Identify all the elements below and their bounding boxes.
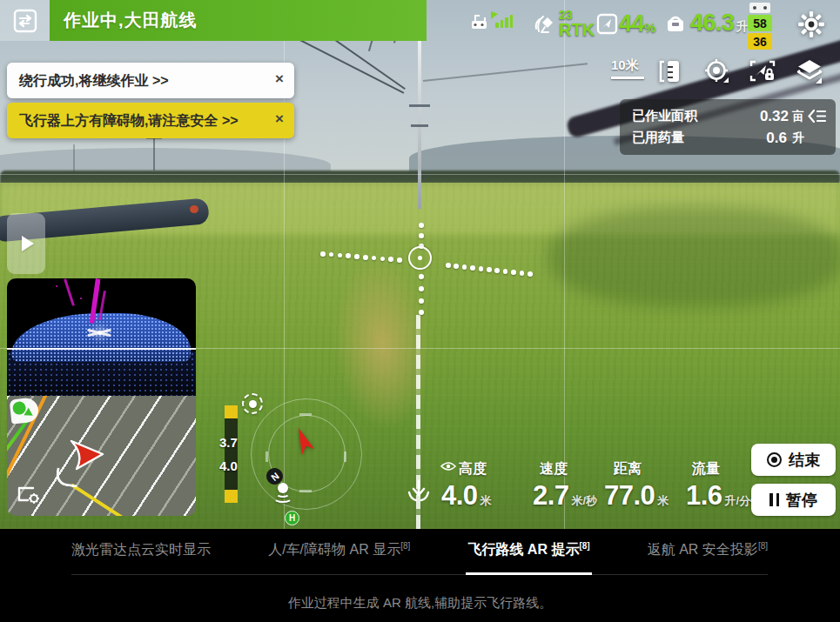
dose-unit: 升 bbox=[792, 130, 804, 146]
battery-1-percent: 58 bbox=[748, 15, 772, 31]
dose-label: 已用药量 bbox=[632, 130, 726, 146]
area-label: 已作业面积 bbox=[632, 108, 726, 124]
pole-crossarm bbox=[409, 104, 430, 107]
app-root: 作业中,大田航线 23 RTK 44% bbox=[0, 0, 840, 622]
battery-status: 58 36 bbox=[747, 3, 773, 50]
rtk-satellite-count: 23 bbox=[559, 9, 595, 21]
rtk-label: RTK bbox=[559, 21, 595, 38]
distance-unit: 米 bbox=[657, 494, 669, 507]
altitude-readout: 4.0米 bbox=[441, 480, 492, 512]
distance-readout: 77.0米 bbox=[604, 480, 669, 512]
altitude-unit: 米 bbox=[480, 494, 492, 507]
field-shadow bbox=[548, 207, 840, 307]
play-button[interactable] bbox=[7, 213, 45, 274]
tab-obstacle-ar[interactable]: 人/车/障碍物 AR 显示[8] bbox=[268, 541, 410, 559]
signal-flag-icon bbox=[490, 10, 501, 20]
close-icon[interactable]: × bbox=[275, 70, 284, 88]
tab-lidar-pointcloud[interactable]: 激光雷达点云实时显示 bbox=[71, 541, 211, 559]
toast-info-text: 绕行成功,将继续作业 >> bbox=[7, 63, 294, 98]
tank-value: 46.3 bbox=[690, 10, 735, 37]
position-status: 44% bbox=[595, 10, 655, 37]
map-settings-icon[interactable] bbox=[16, 483, 42, 505]
satellite-icon bbox=[533, 11, 557, 36]
toast-obstacle-warning[interactable]: 飞行器上方有障碍物,请注意安全 >> × bbox=[7, 103, 294, 138]
altitude-label: 高度 bbox=[459, 460, 487, 478]
end-label: 结束 bbox=[789, 450, 820, 471]
heading-lock-icon[interactable] bbox=[747, 56, 778, 87]
compass-tick bbox=[299, 413, 312, 416]
map-scale-label: 10米 bbox=[611, 57, 639, 72]
pointcloud-dot bbox=[80, 298, 82, 299]
settings-gear-icon[interactable] bbox=[797, 10, 825, 38]
pointcloud-powerline bbox=[64, 278, 75, 305]
terrain-follow-icon bbox=[407, 478, 430, 505]
gauge-upper-value: 3.7 bbox=[219, 435, 238, 450]
tank-status: 46.3升 bbox=[663, 10, 749, 37]
mission-route-icon[interactable] bbox=[0, 0, 50, 41]
power-pole bbox=[418, 33, 421, 209]
pause-label: 暂停 bbox=[786, 490, 817, 511]
flow-label: 流量 bbox=[692, 460, 720, 478]
layers-icon[interactable] bbox=[794, 56, 825, 87]
drone-model bbox=[84, 325, 115, 339]
tab-return-ar[interactable]: 返航 AR 安全投影[8] bbox=[648, 541, 768, 559]
compass-tick bbox=[299, 490, 312, 492]
route-map-panel[interactable] bbox=[7, 396, 196, 516]
position-unit: % bbox=[644, 20, 655, 35]
lidar-pointcloud-panel[interactable] bbox=[7, 278, 196, 396]
end-mission-button[interactable]: 结束 bbox=[751, 444, 836, 476]
home-point-marker: H bbox=[285, 511, 299, 525]
tab-caption: 作业过程中生成 AR 航线,辅助提示飞行路线。 bbox=[0, 595, 840, 612]
eye-icon bbox=[440, 461, 456, 472]
bottom-bar: 激光雷达点云实时显示 人/车/障碍物 AR 显示[8] 飞行路线 AR 提示[8… bbox=[0, 529, 840, 622]
area-unit: 亩 bbox=[792, 109, 804, 124]
battery-2-percent: 36 bbox=[748, 33, 772, 50]
altitude-value: 4.0 bbox=[441, 480, 478, 511]
distance-value: 77.0 bbox=[604, 480, 655, 511]
spacing-gauge bbox=[225, 405, 238, 503]
mission-title: 作业中,大田航线 bbox=[50, 9, 198, 32]
tab-flight-route-ar[interactable]: 飞行路线 AR 提示[8] bbox=[467, 541, 589, 559]
tarp-tip bbox=[190, 205, 198, 213]
dose-value: 0.6 bbox=[726, 130, 789, 147]
position-value: 44 bbox=[619, 10, 644, 37]
drone-heading-arrow bbox=[291, 425, 322, 461]
mission-status-banner: 作业中,大田航线 bbox=[50, 0, 427, 41]
ar-target-reticle bbox=[408, 246, 432, 270]
rc-signal-status bbox=[470, 11, 501, 30]
compass-tick bbox=[265, 451, 268, 462]
locate-icon[interactable] bbox=[702, 56, 733, 87]
close-icon[interactable]: × bbox=[275, 110, 284, 128]
collapse-panel-icon[interactable] bbox=[804, 109, 827, 124]
speed-value: 2.7 bbox=[533, 480, 569, 511]
pointcloud-horizon-line bbox=[7, 348, 196, 350]
gauge-marker-top bbox=[225, 405, 238, 418]
flow-value: 1.6 bbox=[686, 480, 722, 511]
ruler-icon[interactable] bbox=[655, 56, 686, 87]
battery-terminal-icon bbox=[749, 3, 770, 13]
end-icon bbox=[767, 452, 782, 467]
speed-label: 速度 bbox=[540, 460, 568, 478]
gauge-marker-bottom bbox=[225, 490, 238, 503]
drone-position-arrow bbox=[64, 436, 108, 474]
pause-icon bbox=[769, 493, 779, 506]
toast-warning-text: 飞行器上方有障碍物,请注意安全 >> bbox=[7, 103, 294, 138]
spray-tank-icon bbox=[663, 11, 688, 36]
gauge-lower-value: 4.0 bbox=[219, 458, 238, 473]
map-scale: 10米 bbox=[611, 57, 644, 79]
compass-tick bbox=[344, 451, 346, 462]
speed-unit: 米/秒 bbox=[572, 494, 598, 507]
area-value: 0.32 bbox=[726, 108, 789, 125]
speed-readout: 2.7米/秒 bbox=[533, 480, 597, 512]
work-stats-panel: 已作业面积 0.32 亩 已用药量 0.6 升 bbox=[620, 99, 836, 155]
distance-label: 距离 bbox=[614, 460, 642, 478]
gimbal-pitch-icon[interactable] bbox=[242, 393, 263, 414]
map-scale-bar bbox=[611, 77, 644, 79]
pause-mission-button[interactable]: 暂停 bbox=[751, 484, 836, 516]
pylon-silhouette bbox=[73, 144, 75, 172]
feature-tabs: 激光雷达点云实时显示 人/车/障碍物 AR 显示[8] 飞行路线 AR 提示[8… bbox=[71, 541, 768, 575]
route-line-planned bbox=[71, 483, 188, 516]
grid-line-vertical bbox=[564, 0, 565, 529]
position-icon bbox=[595, 12, 619, 36]
toast-obstacle-bypass[interactable]: 绕行成功,将继续作业 >> × bbox=[7, 63, 294, 98]
